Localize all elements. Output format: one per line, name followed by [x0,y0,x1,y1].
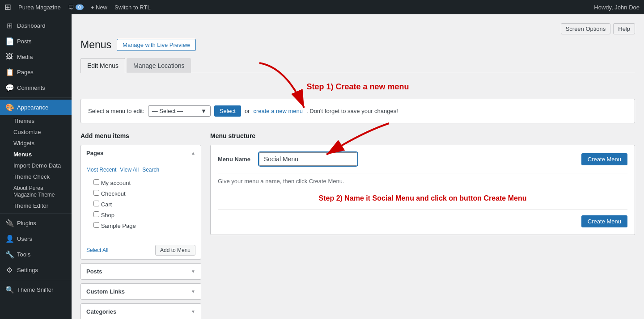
create-menu-button-top[interactable]: Create Menu [581,153,627,165]
page-checkbox-checkout[interactable] [93,190,99,196]
submenu-item-about-theme[interactable]: About Purea Magazine Theme [0,182,72,200]
posts-chevron-icon: ▼ [191,269,195,274]
sidebar-label-comments: Comments [17,84,45,91]
select-menu-dropdown[interactable]: — Select — ▼ [148,105,211,117]
pages-chevron-icon: ▲ [191,151,195,155]
pages-tab-view-all[interactable]: View All [120,167,139,173]
menu-name-input[interactable] [259,152,357,166]
sidebar-label-tools: Tools [17,251,30,258]
manage-preview-button[interactable]: Manage with Live Preview [117,39,196,51]
site-name-link[interactable]: Purea Magazine [18,4,61,11]
comments-link[interactable]: 🗨 0 [68,4,84,11]
sidebar-item-pages[interactable]: 📋 Pages [0,64,72,80]
dont-forget-text: . Don't forget to save your changes! [306,108,398,114]
help-button[interactable]: Help [613,23,635,34]
submenu-label-import-demo: Import Demo Data [13,162,61,169]
submenu-item-import-demo[interactable]: Import Demo Data [0,160,72,171]
select-menu-bar: Select a menu to edit: — Select — ▼ Sele… [80,99,635,123]
sidebar-item-theme-sniffer[interactable]: 🔍 Theme Sniffer [0,282,72,298]
sidebar-item-posts[interactable]: 📄 Posts [0,34,72,49]
sidebar-item-settings[interactable]: ⚙ Settings [0,262,72,278]
help-text: Give your menu a name, then click Create… [218,173,627,189]
custom-links-accordion-header[interactable]: Custom Links ▼ [81,284,201,299]
create-menu-button-bottom[interactable]: Create Menu [581,215,627,227]
site-name: Purea Magazine [18,4,61,11]
sidebar-item-media[interactable]: 🖼 Media [0,49,72,64]
new-content-link[interactable]: + New [91,4,107,11]
page-title: Menus [80,39,111,51]
screen-options-button[interactable]: Screen Options [561,23,611,34]
sidebar-item-users[interactable]: 👤 Users [0,231,72,247]
step2-annotation: Step 2) Name it Social Menu and click on… [218,194,627,202]
menu-structure-title: Menu structure [210,132,635,139]
users-icon: 👤 [5,235,13,243]
sidebar-item-dashboard[interactable]: ⊞ Dashboard [0,18,72,34]
submenu-item-customize[interactable]: Customize [0,126,72,138]
sidebar-label-users: Users [17,235,32,242]
submenu-label-theme-check: Theme Check [13,173,50,180]
submenu-item-theme-editor[interactable]: Theme Editor [0,200,72,211]
menu-structure-container: Menu structure Menu Name Create Menu Giv… [210,132,635,235]
or-text: or [245,108,250,114]
page-checkbox-shop[interactable] [93,211,99,217]
submenu-label-widgets: Widgets [13,140,34,147]
add-menu-items-panel: Add menu items Pages ▲ Most Recent View … [80,132,201,319]
comments-count: 0 [76,4,84,10]
submenu-label-themes: Themes [13,118,34,124]
select-menu-container: Select a menu to edit: — Select — ▼ Sele… [80,99,635,123]
admin-sidebar: ⊞ Dashboard 📄 Posts 🖼 Media 📋 Pages 💬 Co… [0,14,72,319]
tab-manage-locations[interactable]: Manage Locations [127,58,191,73]
posts-accordion-label: Posts [86,268,102,275]
posts-accordion-header[interactable]: Posts ▼ [81,264,201,279]
categories-label: Categories [86,308,116,315]
pages-icon: 📋 [5,68,13,76]
submenu-item-themes[interactable]: Themes [0,115,72,126]
submenu-item-widgets[interactable]: Widgets [0,138,72,149]
list-item: Cart [86,199,195,210]
list-item: Shop [86,210,195,220]
pages-accordion-footer: Select All Add to Menu [81,241,201,259]
tab-edit-menus[interactable]: Edit Menus [80,58,125,73]
plugins-icon: 🔌 [5,219,13,227]
posts-icon: 📄 [5,37,13,46]
create-new-menu-link[interactable]: create a new menu [253,108,303,114]
custom-links-chevron-icon: ▼ [191,289,195,294]
theme-sniffer-icon: 🔍 [5,285,13,294]
add-to-menu-button[interactable]: Add to Menu [155,245,195,256]
sidebar-item-appearance[interactable]: 🎨 Appearance [0,100,72,115]
media-icon: 🖼 [5,53,13,61]
howdy-text: Howdy, John Doe [594,4,640,11]
custom-links-accordion: Custom Links ▼ [80,283,201,300]
dropdown-arrow-icon: ▼ [201,108,207,114]
dashboard-icon: ⊞ [5,21,13,30]
sidebar-label-posts: Posts [17,38,32,45]
sidebar-label-pages: Pages [17,69,34,76]
select-all-link[interactable]: Select All [86,247,108,253]
sidebar-item-comments[interactable]: 💬 Comments [0,80,72,96]
pages-tab-search[interactable]: Search [142,167,159,173]
categories-chevron-icon: ▼ [191,309,195,314]
sidebar-label-media: Media [17,54,33,60]
page-checkbox-cart[interactable] [93,201,99,206]
switch-rtl-link[interactable]: Switch to RTL [114,4,151,11]
submenu-item-menus[interactable]: Menus [0,149,72,160]
dropdown-value: — Select — [152,108,183,114]
select-button[interactable]: Select [214,105,241,117]
menu-divider-3 [0,280,72,280]
list-item: Checkout [86,188,195,199]
menu-divider-1 [0,97,72,98]
sidebar-item-tools[interactable]: 🔧 Tools [0,247,72,262]
page-checkbox-myaccount[interactable] [93,179,99,185]
pages-tab-most-recent[interactable]: Most Recent [86,167,116,173]
menu-divider-2 [0,213,72,214]
sidebar-item-plugins[interactable]: 🔌 Plugins [0,215,72,231]
wp-logo-icon[interactable]: ⊞ [4,2,11,12]
submenu-label-about-theme: About Purea Magazine Theme [13,185,55,198]
submenu-item-theme-check[interactable]: Theme Check [0,171,72,182]
page-checkbox-sample[interactable] [93,222,99,228]
list-item: My account [86,177,195,188]
add-menu-items-title: Add menu items [80,132,201,139]
sidebar-label-settings: Settings [17,267,38,273]
categories-accordion-header[interactable]: Categories ▼ [81,304,201,319]
pages-accordion-header[interactable]: Pages ▲ [81,145,201,161]
